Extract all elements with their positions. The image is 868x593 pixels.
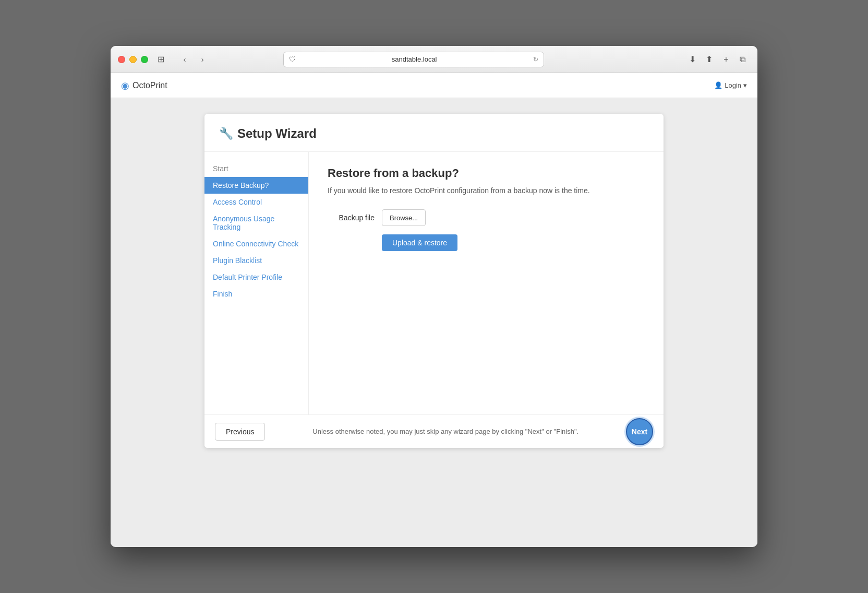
backup-file-label: Backup file: [328, 214, 375, 222]
login-menu[interactable]: 👤 Login ▾: [714, 81, 747, 89]
share-icon[interactable]: ⬆: [702, 52, 717, 67]
backup-file-row: Backup file Browse...: [328, 209, 645, 226]
sidebar-item-plugin-blacklist[interactable]: Plugin Blacklist: [204, 252, 308, 269]
back-button[interactable]: ‹: [177, 52, 192, 67]
wizard-footer: Previous Unless otherwise noted, you may…: [204, 414, 664, 448]
url-text: sandtable.local: [299, 55, 530, 63]
previous-button[interactable]: Previous: [215, 423, 265, 441]
wizard-sidebar: Start Restore Backup? Access Control Ano…: [204, 152, 309, 414]
login-label: Login: [725, 81, 741, 89]
maximize-button[interactable]: [141, 56, 148, 63]
close-button[interactable]: [118, 56, 125, 63]
sidebar-item-access-control[interactable]: Access Control: [204, 194, 308, 210]
add-tab-icon[interactable]: +: [719, 52, 733, 67]
next-button[interactable]: Next: [626, 418, 653, 445]
wizard-step-content: Restore from a backup? If you would like…: [309, 152, 664, 414]
minimize-button[interactable]: [129, 56, 137, 63]
upload-row: Upload & restore: [328, 234, 645, 251]
nav-controls: ‹ ›: [177, 52, 210, 67]
footer-hint: Unless otherwise noted, you may just ski…: [265, 428, 626, 435]
octoprint-logo-icon: ◉: [121, 80, 129, 91]
wizard-header: 🔧 Setup Wizard: [204, 114, 664, 152]
sidebar-toggle-button[interactable]: ⊞: [153, 52, 168, 67]
url-bar[interactable]: 🛡 sandtable.local ↻: [283, 52, 544, 67]
sidebar-item-anonymous-tracking[interactable]: Anonymous Usage Tracking: [204, 210, 308, 235]
sidebar-item-connectivity-check[interactable]: Online Connectivity Check: [204, 235, 308, 252]
wizard-body: Start Restore Backup? Access Control Ano…: [204, 152, 664, 414]
sidebar-item-printer-profile[interactable]: Default Printer Profile: [204, 269, 308, 286]
download-icon[interactable]: ⬇: [685, 52, 700, 67]
step-description: If you would like to restore OctoPrint c…: [328, 186, 645, 195]
upload-restore-button[interactable]: Upload & restore: [382, 234, 457, 251]
app-logo: ◉ OctoPrint: [121, 80, 167, 91]
wizard-title: 🔧 Setup Wizard: [219, 126, 649, 141]
app-nav: ◉ OctoPrint 👤 Login ▾: [111, 73, 757, 98]
app-name: OctoPrint: [132, 81, 167, 90]
forward-button[interactable]: ›: [195, 52, 210, 67]
main-content: 🔧 Setup Wizard Start Restore Backup? Acc…: [111, 98, 757, 547]
mac-window: ⊞ ‹ › 🛡 sandtable.local ↻ ⬇ ⬆ + ⧉ ◉ Octo…: [111, 46, 757, 547]
toolbar-right: ⬇ ⬆ + ⧉: [685, 52, 750, 67]
wizard-icon: 🔧: [219, 127, 233, 140]
refresh-icon[interactable]: ↻: [533, 56, 538, 63]
step-title: Restore from a backup?: [328, 167, 645, 180]
tabs-icon[interactable]: ⧉: [736, 52, 750, 67]
title-bar: ⊞ ‹ › 🛡 sandtable.local ↻ ⬇ ⬆ + ⧉: [111, 46, 757, 73]
url-privacy-icon: 🛡: [289, 55, 296, 63]
sidebar-item-restore-backup[interactable]: Restore Backup?: [204, 177, 308, 194]
login-chevron-icon: ▾: [743, 81, 747, 89]
traffic-lights: [118, 56, 148, 63]
sidebar-item-finish[interactable]: Finish: [204, 286, 308, 302]
wizard-card: 🔧 Setup Wizard Start Restore Backup? Acc…: [204, 114, 664, 448]
sidebar-item-start[interactable]: Start: [204, 160, 308, 177]
browse-button[interactable]: Browse...: [382, 209, 426, 226]
user-icon: 👤: [714, 81, 722, 89]
